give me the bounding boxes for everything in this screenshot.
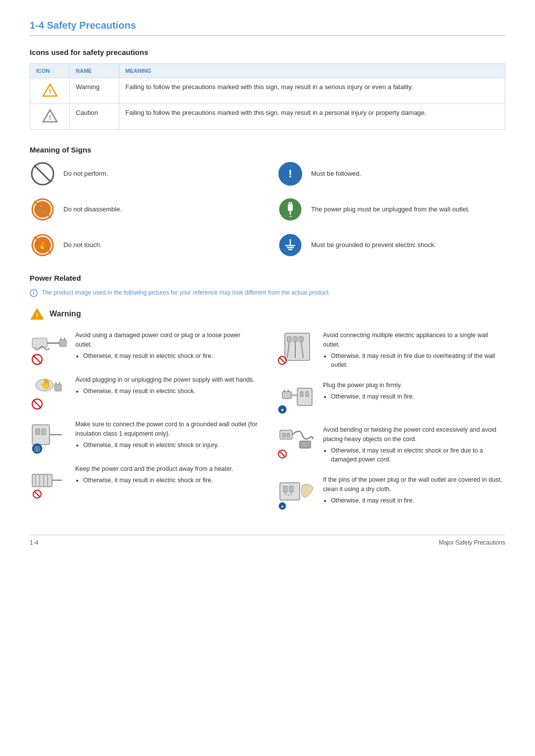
- col-header-icon: ICON: [30, 64, 70, 78]
- svg-rect-60: [293, 337, 297, 342]
- warning-bullet-r4: Otherwise, it may result in fire.: [331, 496, 505, 505]
- warning-main-r3: Avoid bending or twisting the power cord…: [323, 425, 505, 444]
- svg-text:!: !: [49, 113, 51, 121]
- svg-line-5: [34, 165, 51, 182]
- col-header-meaning: MEANING: [119, 64, 505, 78]
- warning-text-1: Avoid using a damaged power cord or plug…: [75, 331, 258, 361]
- sign-no-touch: ✋ Do not touch.: [30, 232, 258, 258]
- sign-no-disassemble-label: Do not disassemble.: [63, 204, 122, 214]
- svg-text:⓪: ⓪: [34, 446, 40, 453]
- sign-no-perform: Do not perform.: [30, 161, 258, 187]
- must-follow-icon: !: [277, 161, 303, 187]
- svg-text:!: !: [36, 312, 38, 319]
- icon-caution-cell: !: [30, 104, 70, 130]
- warning-text-r1: Avoid connecting multiple electric appli…: [323, 331, 505, 371]
- unplug-icon: ━: [277, 197, 303, 222]
- warning-text-r3: Avoid bending or twisting the power cord…: [323, 425, 505, 465]
- warning-main-2: Avoid plugging in or unplugging the powe…: [75, 375, 255, 385]
- no-disassemble-icon: 🔧: [30, 197, 55, 222]
- svg-rect-69: [306, 392, 309, 397]
- warning-item-4: Keep the power cord and the product away…: [30, 464, 258, 499]
- svg-rect-67: [297, 388, 312, 405]
- svg-line-81: [279, 451, 285, 457]
- svg-rect-78: [287, 433, 290, 437]
- warning-item-r4: ● If the pins of the power plug or the w…: [277, 475, 505, 510]
- blue-exclamation-icon: !: [278, 162, 302, 186]
- svg-rect-39: [54, 384, 61, 391]
- svg-rect-76: [280, 430, 292, 439]
- warning-grid: Avoid using a damaged power cord or plug…: [30, 331, 505, 520]
- warning-img-r3: [277, 425, 317, 460]
- table-row: ! Caution Failing to follow the precauti…: [30, 104, 505, 130]
- warning-text-2: Avoid plugging in or unplugging the powe…: [75, 375, 255, 397]
- sign-unplug: ━ The power plug must be unplugged from …: [277, 197, 505, 222]
- footer-right: Major Safety Precautions: [439, 539, 505, 546]
- warning-main-3: Make sure to connect the power cord to a…: [75, 420, 258, 439]
- warning-name: Warning: [70, 78, 119, 104]
- caution-triangle-icon: !: [42, 109, 58, 123]
- warning-img-r2: ●: [277, 381, 317, 415]
- warning-img-4: [30, 464, 69, 499]
- svg-rect-44: [32, 425, 50, 445]
- icon-warning-cell: !: [30, 78, 70, 104]
- warning-item-r2: ● Plug the power plug in firmly. Otherwi…: [277, 381, 505, 415]
- svg-rect-59: [287, 337, 291, 342]
- svg-rect-46: [42, 429, 46, 435]
- power-related-heading: Power Related: [30, 274, 505, 282]
- svg-rect-79: [300, 441, 311, 448]
- warning-main-1: Avoid using a damaged power cord or plug…: [75, 331, 258, 350]
- warning-triangle-icon: !: [42, 83, 58, 97]
- icons-table-heading: Icons used for safety precautions: [30, 48, 505, 56]
- svg-rect-45: [36, 429, 40, 435]
- icons-table: ICON NAME MEANING ! Warning Failing to f…: [30, 63, 505, 130]
- sign-ground: Must be grounded to prevent electric sho…: [277, 232, 505, 258]
- svg-text:●: ●: [281, 504, 283, 509]
- svg-rect-30: [32, 338, 47, 348]
- sign-no-perform-label: Do not perform.: [63, 169, 108, 179]
- svg-line-36: [33, 355, 41, 363]
- warning-text-r4: If the pins of the power plug or the wal…: [323, 475, 505, 506]
- power-note: The product image used in the following …: [30, 289, 505, 297]
- sign-must-follow: ! Must be followed.: [277, 161, 505, 187]
- warning-img-3: ⓪: [30, 420, 69, 454]
- warning-bullet-r1: Otherwise, it may result in fire due to …: [331, 352, 505, 370]
- warning-main-r1: Avoid connecting multiple electric appli…: [323, 331, 505, 350]
- footer: 1-4 Major Safety Precautions: [30, 535, 505, 546]
- warning-main-4: Keep the power cord and the product away…: [75, 464, 233, 474]
- svg-rect-32: [59, 340, 66, 347]
- warning-item-r1: Avoid connecting multiple electric appli…: [277, 331, 505, 371]
- svg-rect-68: [300, 392, 303, 397]
- svg-rect-61: [299, 337, 303, 342]
- warning-text-r2: Plug the power plug in firmly. Otherwise…: [323, 381, 414, 403]
- warning-label: Warning: [50, 309, 81, 318]
- ground-icon: [277, 232, 303, 258]
- signs-grid: Do not perform. ! Must be followed. 🔧 Do…: [30, 161, 505, 258]
- no-perform-icon: [30, 161, 55, 187]
- svg-rect-70: [282, 392, 291, 399]
- caution-name: Caution: [70, 104, 119, 130]
- warning-img-1: [30, 331, 69, 365]
- warning-item-2: 🤚 Avoid plugging in or unplugging the po…: [30, 375, 258, 410]
- warning-img-2: 🤚: [30, 375, 69, 410]
- no-touch-icon: ✋: [30, 232, 55, 258]
- col-header-name: NAME: [70, 64, 119, 78]
- warning-bullet-r3: Otherwise, it may result in electric sho…: [331, 446, 505, 465]
- warning-left-col: Avoid using a damaged power cord or plug…: [30, 331, 268, 520]
- warning-img-r1: [277, 331, 317, 365]
- svg-point-86: [288, 495, 289, 496]
- warning-item-1: Avoid using a damaged power cord or plug…: [30, 331, 258, 365]
- svg-rect-11: [288, 204, 293, 211]
- warning-text-3: Make sure to connect the power cord to a…: [75, 420, 258, 451]
- section-title: 1-4 Safety Precautions: [30, 20, 505, 36]
- warning-text-4: Keep the power cord and the product away…: [75, 464, 233, 486]
- warning-bullet-r2: Otherwise, it may result in fire.: [331, 392, 414, 402]
- sign-no-disassemble: 🔧 Do not disassemble.: [30, 197, 258, 222]
- warning-item-r3: Avoid bending or twisting the power cord…: [277, 425, 505, 465]
- warning-main-r2: Plug the power plug in firmly.: [323, 381, 414, 390]
- svg-text:━: ━: [289, 214, 292, 219]
- sign-no-touch-label: Do not touch.: [63, 240, 102, 250]
- svg-point-27: [33, 291, 34, 292]
- warning-bullet-2: Otherwise, it may result in electric sho…: [83, 387, 255, 396]
- svg-text:🤚: 🤚: [40, 378, 52, 390]
- footer-left: 1-4: [30, 539, 38, 546]
